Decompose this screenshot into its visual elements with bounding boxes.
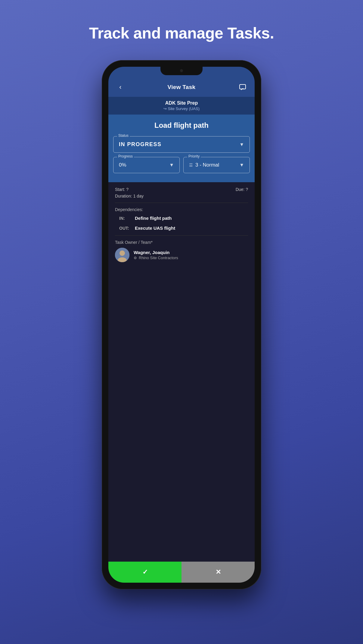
cancel-button[interactable]: ✕ [182, 562, 255, 583]
cancel-icon: ✕ [216, 568, 221, 576]
progress-value: 0% [119, 162, 126, 168]
start-due-row: Start: ? Due: ? [115, 187, 248, 192]
content-area: Start: ? Due: ? Duration: 1 day Dependen… [108, 182, 255, 562]
task-title: Load flight path [115, 121, 248, 130]
owner-info: Wagner, Joaquin ⚙ Rhino Site Contractors [134, 250, 178, 260]
divider-2 [115, 235, 248, 236]
owner-row: Wagner, Joaquin ⚙ Rhino Site Contractors [115, 248, 248, 262]
project-subtitle: ↪ Site Survey (UAS) [115, 106, 248, 111]
dep-in-value: Define flight path [135, 216, 172, 221]
dep-in-type: IN: [119, 216, 135, 221]
confirm-button[interactable]: ✓ [108, 562, 182, 583]
project-subheader: ADK Site Prep ↪ Site Survey (UAS) [108, 97, 255, 115]
status-field[interactable]: Status IN PROGRESS ▼ [113, 136, 250, 153]
svg-rect-0 [240, 84, 246, 89]
divider-1 [115, 203, 248, 203]
priority-label: Priority [187, 154, 201, 158]
owner-org: Rhino Site Contractors [139, 256, 178, 260]
avatar [115, 248, 129, 262]
phone-screen: ‹ View Task ADK Site Prep ↪ Site Survey … [108, 67, 255, 583]
svg-point-2 [119, 250, 125, 256]
priority-value: 3 - Normal [195, 162, 219, 168]
project-name: ADK Site Prep [115, 100, 248, 106]
due-date: Due: ? [236, 187, 248, 192]
progress-dropdown-arrow: ▼ [169, 162, 174, 168]
duration: Duration: 1 day [115, 194, 144, 198]
priority-icon: ☰ [189, 163, 193, 167]
phone-shell: ‹ View Task ADK Site Prep ↪ Site Survey … [102, 60, 261, 589]
header-title: View Task [168, 84, 196, 90]
progress-priority-row: Progress 0% ▼ Priority ☰ 3 - Normal [113, 157, 250, 177]
start-date: Start: ? [115, 187, 129, 192]
progress-label: Progress [117, 154, 134, 158]
bottom-buttons: ✓ ✕ [108, 562, 255, 583]
dep-out-row: OUT: Execute UAS flight [115, 225, 248, 231]
dependencies-section: Dependencies: IN: Define flight path OUT… [115, 207, 248, 231]
owner-name: Wagner, Joaquin [134, 250, 178, 255]
progress-select[interactable]: 0% ▼ [113, 157, 179, 173]
status-dropdown-arrow: ▼ [239, 142, 244, 147]
status-select[interactable]: IN PROGRESS ▼ [113, 136, 250, 152]
duration-row: Duration: 1 day [115, 194, 248, 198]
confirm-icon: ✓ [142, 568, 148, 576]
status-label: Status [117, 133, 130, 138]
back-button[interactable]: ‹ [115, 82, 126, 93]
dep-out-type: OUT: [119, 226, 135, 231]
dep-out-value: Execute UAS flight [135, 225, 175, 231]
priority-select[interactable]: ☰ 3 - Normal ▼ [184, 157, 250, 173]
progress-field[interactable]: Progress 0% ▼ [113, 157, 180, 173]
owner-label: Task Owner / Team* [115, 240, 248, 245]
form-area: Status IN PROGRESS ▼ Progress 0% ▼ Prior… [108, 136, 255, 182]
priority-dropdown-arrow: ▼ [239, 162, 244, 168]
priority-field[interactable]: Priority ☰ 3 - Normal ▼ [183, 157, 250, 173]
avatar-image [115, 248, 129, 262]
status-value: IN PROGRESS [119, 141, 162, 148]
task-title-area: Load flight path [108, 115, 255, 136]
org-icon: ⚙ [134, 256, 137, 260]
chat-button[interactable] [237, 82, 248, 93]
app-header: ‹ View Task [108, 67, 255, 97]
page-title: Track and manage Tasks. [89, 24, 274, 42]
owner-org-row: ⚙ Rhino Site Contractors [134, 256, 178, 260]
dep-in-row: IN: Define flight path [115, 216, 248, 221]
owner-section: Task Owner / Team* Wagne [115, 240, 248, 262]
dependencies-label: Dependencies: [115, 207, 248, 212]
